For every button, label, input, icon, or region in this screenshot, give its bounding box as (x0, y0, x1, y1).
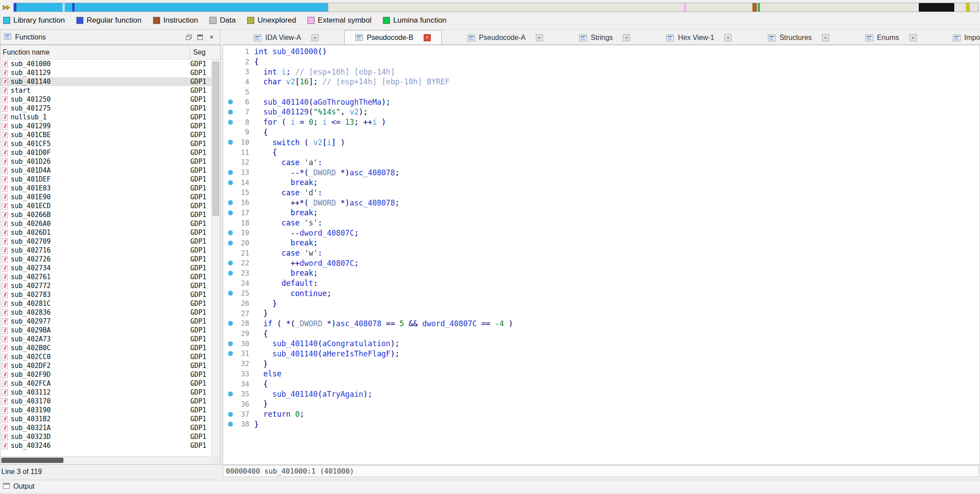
line-address-dot[interactable] (224, 321, 236, 326)
code-line[interactable]: 33 else (223, 369, 980, 379)
function-row[interactable]: fsub_402B0CGDP1 (0, 344, 211, 352)
function-row[interactable]: fsub_40266BGDP1 (0, 210, 211, 219)
column-header-segment[interactable]: Seg (190, 45, 220, 59)
function-row[interactable]: fsub_4026D1GDP1 (0, 228, 211, 237)
code-line[interactable]: 29 { (223, 328, 980, 339)
function-row[interactable]: fsub_402772GDP1 (0, 281, 211, 290)
function-row[interactable]: fsub_401CF5GDP1 (0, 139, 211, 148)
code-line[interactable]: 36 } (223, 399, 980, 409)
tab-close-icon[interactable]: × (536, 34, 543, 41)
function-row[interactable]: fsub_401DEFGDP1 (0, 175, 211, 184)
function-row[interactable]: fsub_403112GDP1 (0, 388, 211, 397)
code-line[interactable]: 2{ (223, 57, 980, 67)
line-address-dot[interactable] (224, 291, 236, 296)
line-address-dot[interactable] (224, 412, 236, 417)
tab-strings[interactable]: Strings× (569, 31, 641, 44)
function-row[interactable]: fsub_402A73GDP1 (0, 335, 211, 344)
code-line[interactable]: 30 sub_401140(aCongratulation); (223, 339, 980, 349)
line-address-dot[interactable] (224, 261, 236, 265)
function-row[interactable]: fnullsub_1GDP1 (0, 113, 211, 122)
code-line[interactable]: 19 --dword_40807C; (223, 228, 980, 238)
code-line[interactable]: 3 int i; // [esp+10h] [ebp-14h] (223, 67, 980, 77)
function-row[interactable]: fsub_401299GDP1 (0, 122, 211, 130)
line-address-dot[interactable] (224, 351, 236, 356)
function-row[interactable]: fsub_401140GDP1 (0, 77, 211, 86)
function-row[interactable]: fsub_401D0FGDP1 (0, 148, 211, 157)
function-row[interactable]: fsub_402836GDP1 (0, 308, 211, 317)
code-line[interactable]: 38} (223, 419, 980, 429)
function-row[interactable]: fsub_4026A0GDP1 (0, 219, 211, 228)
functions-horizontal-scrollbar[interactable] (0, 456, 211, 464)
code-line[interactable]: 10 switch ( v2[i] ) (223, 137, 980, 147)
code-line[interactable]: 11 { (223, 147, 980, 158)
code-line[interactable]: 9 { (223, 127, 980, 138)
tab-pseudocode-b[interactable]: Pseudocode-B× (344, 30, 442, 45)
function-row[interactable]: fstartGDP1 (0, 86, 211, 95)
function-row[interactable]: fsub_401000GDP1 (0, 59, 211, 68)
code-line[interactable]: 7 sub_401129("%14s", v2); (223, 107, 980, 117)
line-address-dot[interactable] (224, 120, 236, 125)
function-row[interactable]: fsub_4031B2GDP1 (0, 415, 211, 423)
tab-close-icon[interactable]: × (724, 34, 732, 41)
function-row[interactable]: fsub_401E03GDP1 (0, 184, 211, 193)
code-line[interactable]: 8 for ( i = 0; i <= 13; ++i ) (223, 117, 980, 127)
function-row[interactable]: fsub_401129GDP1 (0, 68, 211, 77)
code-line[interactable]: 6 sub_401140(aGoThroughTheMa); (223, 97, 980, 107)
tab-hex-view-1[interactable]: Hex View-1× (656, 31, 742, 44)
scrollbar-thumb[interactable] (1, 458, 63, 463)
function-row[interactable]: fsub_40323DGDP1 (0, 432, 211, 441)
code-line[interactable]: 15 case 'd': (223, 188, 980, 198)
function-row[interactable]: fsub_402734GDP1 (0, 264, 211, 273)
tab-close-icon[interactable]: × (909, 34, 917, 41)
tab-close-icon[interactable]: × (311, 34, 319, 41)
function-row[interactable]: fsub_402977GDP1 (0, 317, 211, 326)
line-address-dot[interactable] (224, 241, 236, 245)
function-row[interactable]: fsub_40281CGDP1 (0, 299, 211, 308)
line-address-dot[interactable] (224, 110, 236, 115)
function-row[interactable]: fsub_401CBEGDP1 (0, 130, 211, 139)
code-line[interactable]: 25 continue; (223, 288, 980, 299)
tab-enums[interactable]: Enums× (855, 31, 927, 44)
line-address-dot[interactable] (224, 271, 236, 276)
function-row[interactable]: fsub_403246GDP1 (0, 441, 211, 450)
line-address-dot[interactable] (224, 140, 236, 145)
function-row[interactable]: fsub_403170GDP1 (0, 397, 211, 406)
pseudocode-panel[interactable]: 1int sub_401000()2{3 int i; // [esp+10h]… (223, 45, 980, 465)
function-row[interactable]: fsub_401ECDGDP1 (0, 202, 211, 210)
line-address-dot[interactable] (224, 170, 236, 175)
code-line[interactable]: 21 case 'w': (223, 248, 980, 258)
tab-imports[interactable]: Imports× (942, 31, 980, 44)
code-line[interactable]: 24 default: (223, 278, 980, 288)
code-line[interactable]: 13 --*(_DWORD *)asc_408078; (223, 167, 980, 178)
line-address-dot[interactable] (224, 210, 236, 215)
code-line[interactable]: 18 case 's': (223, 218, 980, 228)
line-address-dot[interactable] (224, 200, 236, 205)
tab-ida-view-a[interactable]: IDA View-A× (243, 31, 329, 44)
restore-down-button[interactable] (184, 33, 193, 42)
code-line[interactable]: 31 sub_401140(aHereIsTheFlagF); (223, 349, 980, 359)
code-line[interactable]: 26 } (223, 298, 980, 308)
code-line[interactable]: 14 break; (223, 178, 980, 188)
function-row[interactable]: fsub_40321AGDP1 (0, 423, 211, 432)
code-line[interactable]: 22 ++dword_40807C; (223, 258, 980, 268)
line-address-dot[interactable] (224, 99, 236, 104)
code-line[interactable]: 27 } (223, 308, 980, 319)
function-row[interactable]: fsub_402709GDP1 (0, 237, 211, 246)
line-address-dot[interactable] (224, 341, 236, 346)
code-line[interactable]: 23 break; (223, 268, 980, 278)
code-line[interactable]: 5 (223, 87, 980, 97)
function-row[interactable]: fsub_402726GDP1 (0, 255, 211, 264)
function-row[interactable]: fsub_401D4AGDP1 (0, 166, 211, 175)
code-line[interactable]: 32 } (223, 359, 980, 369)
tab-structures[interactable]: Structures× (757, 31, 840, 44)
code-line[interactable]: 17 break; (223, 208, 980, 218)
output-panel-header[interactable]: Output (0, 480, 980, 493)
code-line[interactable]: 34 { (223, 379, 980, 389)
code-line[interactable]: 16 ++*(_DWORD *)asc_408078; (223, 198, 980, 208)
function-row[interactable]: fsub_401275GDP1 (0, 104, 211, 113)
code-line[interactable]: 20 break; (223, 238, 980, 248)
line-address-dot[interactable] (224, 422, 236, 427)
tab-close-icon[interactable]: × (424, 34, 431, 41)
function-row[interactable]: fsub_402761GDP1 (0, 273, 211, 281)
code-line[interactable]: 28 if ( *(_DWORD *)asc_408078 == 5 && dw… (223, 319, 980, 329)
